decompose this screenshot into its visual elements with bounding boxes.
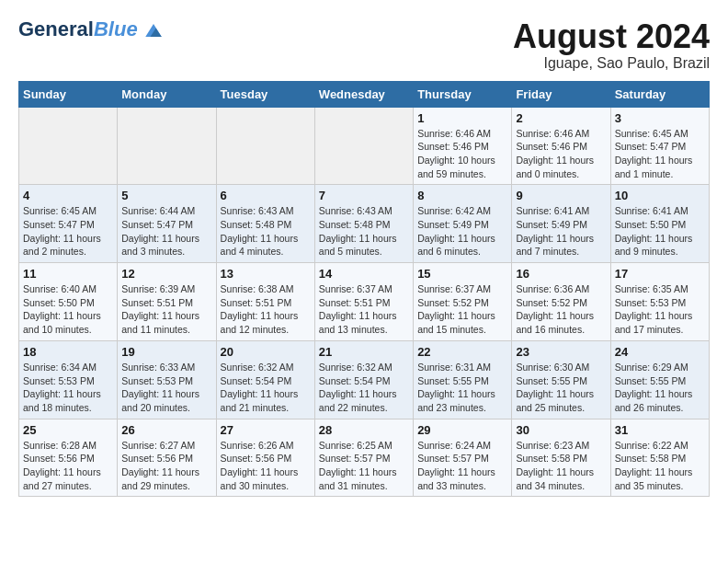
calendar-cell: 4Sunrise: 6:45 AM Sunset: 5:47 PM Daylig… [19,185,118,263]
day-number: 4 [23,189,113,202]
day-info: Sunrise: 6:25 AM Sunset: 5:57 PM Dayligh… [319,439,409,493]
weekday-header: Thursday [414,81,512,107]
day-number: 29 [417,423,507,437]
calendar-week-row: 1Sunrise: 6:46 AM Sunset: 5:46 PM Daylig… [19,107,710,185]
day-number: 11 [23,267,113,281]
logo-text: GeneralBlue [18,18,162,40]
weekday-header: Tuesday [216,81,314,107]
weekday-header: Saturday [610,81,709,107]
day-info: Sunrise: 6:38 AM Sunset: 5:51 PM Dayligh… [221,282,311,337]
day-info: Sunrise: 6:43 AM Sunset: 5:48 PM Dayligh… [221,204,311,259]
calendar-week-row: 4Sunrise: 6:45 AM Sunset: 5:47 PM Daylig… [19,185,710,263]
day-number: 13 [221,267,311,281]
day-number: 21 [319,345,409,359]
calendar-cell: 27Sunrise: 6:26 AM Sunset: 5:56 PM Dayli… [216,419,314,497]
calendar-cell: 14Sunrise: 6:37 AM Sunset: 5:51 PM Dayli… [314,263,413,341]
calendar-cell: 20Sunrise: 6:32 AM Sunset: 5:54 PM Dayli… [216,340,314,419]
logo: GeneralBlue [18,18,162,40]
calendar-cell: 8Sunrise: 6:42 AM Sunset: 5:49 PM Daylig… [414,185,512,263]
calendar-cell: 7Sunrise: 6:43 AM Sunset: 5:48 PM Daylig… [314,185,413,263]
day-number: 31 [615,423,705,437]
day-number: 24 [615,345,705,359]
day-number: 15 [417,267,507,281]
calendar-week-row: 11Sunrise: 6:40 AM Sunset: 5:50 PM Dayli… [19,263,710,341]
day-info: Sunrise: 6:24 AM Sunset: 5:57 PM Dayligh… [417,439,507,493]
location: Iguape, Sao Paulo, Brazil [513,55,710,72]
day-info: Sunrise: 6:27 AM Sunset: 5:56 PM Dayligh… [121,439,211,493]
day-number: 7 [319,189,409,202]
day-info: Sunrise: 6:37 AM Sunset: 5:51 PM Dayligh… [319,282,409,337]
calendar-cell [216,107,314,185]
calendar-cell: 26Sunrise: 6:27 AM Sunset: 5:56 PM Dayli… [118,419,216,497]
calendar-cell: 18Sunrise: 6:34 AM Sunset: 5:53 PM Dayli… [19,340,118,419]
calendar-cell: 28Sunrise: 6:25 AM Sunset: 5:57 PM Dayli… [314,419,413,497]
day-info: Sunrise: 6:42 AM Sunset: 5:49 PM Dayligh… [417,204,507,259]
calendar-cell: 6Sunrise: 6:43 AM Sunset: 5:48 PM Daylig… [216,185,314,263]
day-number: 9 [516,189,606,202]
calendar-cell: 5Sunrise: 6:44 AM Sunset: 5:47 PM Daylig… [118,185,216,263]
day-info: Sunrise: 6:36 AM Sunset: 5:52 PM Dayligh… [516,282,606,337]
day-number: 28 [319,423,409,437]
day-number: 18 [23,345,113,359]
day-number: 5 [121,189,211,202]
page-header: GeneralBlue August 2024 Iguape, Sao Paul… [18,18,710,72]
day-number: 16 [516,267,606,281]
day-number: 8 [417,189,507,202]
title-area: August 2024 Iguape, Sao Paulo, Brazil [513,18,710,72]
calendar-cell: 9Sunrise: 6:41 AM Sunset: 5:49 PM Daylig… [512,185,610,263]
day-info: Sunrise: 6:28 AM Sunset: 5:56 PM Dayligh… [23,439,113,493]
calendar-cell: 1Sunrise: 6:46 AM Sunset: 5:46 PM Daylig… [414,107,512,185]
calendar-cell [314,107,413,185]
day-info: Sunrise: 6:34 AM Sunset: 5:53 PM Dayligh… [23,361,113,415]
day-info: Sunrise: 6:40 AM Sunset: 5:50 PM Dayligh… [23,282,113,337]
weekday-header: Sunday [19,81,118,107]
day-info: Sunrise: 6:31 AM Sunset: 5:55 PM Dayligh… [417,361,507,415]
day-number: 17 [615,267,705,281]
day-number: 19 [121,345,211,359]
calendar-cell [118,107,216,185]
day-number: 14 [319,267,409,281]
calendar-cell: 25Sunrise: 6:28 AM Sunset: 5:56 PM Dayli… [19,419,118,497]
day-info: Sunrise: 6:45 AM Sunset: 5:47 PM Dayligh… [615,127,705,181]
calendar-cell: 12Sunrise: 6:39 AM Sunset: 5:51 PM Dayli… [118,263,216,341]
day-number: 1 [417,111,507,125]
day-number: 20 [221,345,311,359]
day-number: 25 [23,423,113,437]
calendar-cell: 31Sunrise: 6:22 AM Sunset: 5:58 PM Dayli… [610,419,709,497]
calendar-cell: 13Sunrise: 6:38 AM Sunset: 5:51 PM Dayli… [216,263,314,341]
calendar-cell: 24Sunrise: 6:29 AM Sunset: 5:55 PM Dayli… [610,340,709,419]
calendar-week-row: 25Sunrise: 6:28 AM Sunset: 5:56 PM Dayli… [19,419,710,497]
calendar-cell: 23Sunrise: 6:30 AM Sunset: 5:55 PM Dayli… [512,340,610,419]
calendar-cell: 3Sunrise: 6:45 AM Sunset: 5:47 PM Daylig… [610,107,709,185]
day-info: Sunrise: 6:22 AM Sunset: 5:58 PM Dayligh… [615,439,705,493]
day-info: Sunrise: 6:43 AM Sunset: 5:48 PM Dayligh… [319,204,409,259]
day-info: Sunrise: 6:32 AM Sunset: 5:54 PM Dayligh… [319,361,409,415]
calendar-cell: 19Sunrise: 6:33 AM Sunset: 5:53 PM Dayli… [118,340,216,419]
calendar-week-row: 18Sunrise: 6:34 AM Sunset: 5:53 PM Dayli… [19,340,710,419]
day-info: Sunrise: 6:46 AM Sunset: 5:46 PM Dayligh… [516,127,606,181]
day-number: 3 [615,111,705,125]
calendar-cell: 30Sunrise: 6:23 AM Sunset: 5:58 PM Dayli… [512,419,610,497]
day-info: Sunrise: 6:37 AM Sunset: 5:52 PM Dayligh… [417,282,507,337]
day-number: 6 [221,189,311,202]
day-info: Sunrise: 6:26 AM Sunset: 5:56 PM Dayligh… [221,439,311,493]
day-info: Sunrise: 6:39 AM Sunset: 5:51 PM Dayligh… [121,282,211,337]
calendar-cell: 11Sunrise: 6:40 AM Sunset: 5:50 PM Dayli… [19,263,118,341]
calendar-cell: 21Sunrise: 6:32 AM Sunset: 5:54 PM Dayli… [314,340,413,419]
day-number: 30 [516,423,606,437]
day-number: 10 [615,189,705,202]
day-info: Sunrise: 6:44 AM Sunset: 5:47 PM Dayligh… [121,204,211,259]
calendar-cell: 15Sunrise: 6:37 AM Sunset: 5:52 PM Dayli… [414,263,512,341]
weekday-header: Wednesday [314,81,413,107]
calendar-cell: 22Sunrise: 6:31 AM Sunset: 5:55 PM Dayli… [414,340,512,419]
day-info: Sunrise: 6:32 AM Sunset: 5:54 PM Dayligh… [221,361,311,415]
calendar-cell: 16Sunrise: 6:36 AM Sunset: 5:52 PM Dayli… [512,263,610,341]
day-info: Sunrise: 6:23 AM Sunset: 5:58 PM Dayligh… [516,439,606,493]
weekday-header-row: SundayMondayTuesdayWednesdayThursdayFrid… [19,81,710,107]
day-number: 23 [516,345,606,359]
calendar-cell: 17Sunrise: 6:35 AM Sunset: 5:53 PM Dayli… [610,263,709,341]
day-info: Sunrise: 6:46 AM Sunset: 5:46 PM Dayligh… [417,127,507,181]
calendar-cell: 2Sunrise: 6:46 AM Sunset: 5:46 PM Daylig… [512,107,610,185]
day-number: 26 [121,423,211,437]
calendar-table: SundayMondayTuesdayWednesdayThursdayFrid… [18,81,710,498]
